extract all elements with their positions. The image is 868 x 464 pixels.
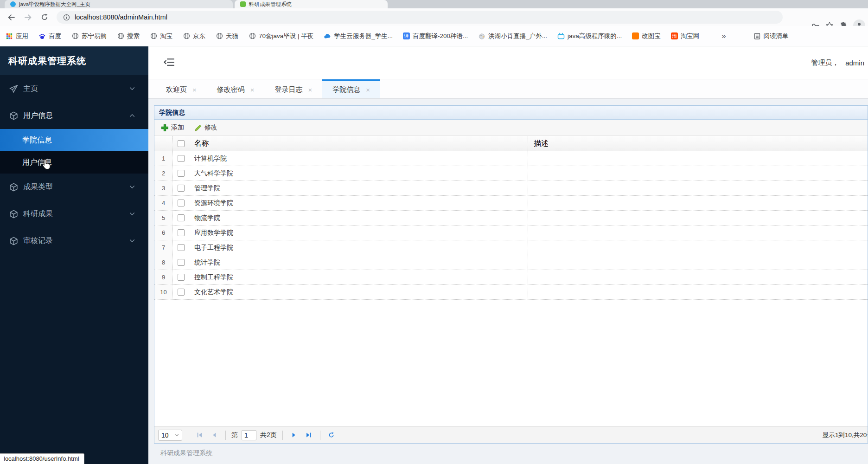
table-row[interactable]: 10文化艺术学院 [154, 285, 868, 300]
college-info-panel: 学院信息 添加 修改 名称 [154, 105, 868, 444]
cube-icon [9, 183, 18, 192]
close-icon[interactable] [366, 86, 370, 94]
sidebar-item-research-results[interactable]: 科研成果 [0, 200, 148, 227]
row-number-header [154, 136, 173, 151]
row-checkbox[interactable] [178, 185, 185, 192]
sidebar-subitem-user-info[interactable]: 用户信息 [0, 151, 148, 174]
table-row[interactable]: 5物流学院 [154, 211, 868, 226]
bookmarks-overflow-chevron[interactable]: » [721, 32, 726, 41]
last-page-button[interactable] [303, 430, 314, 441]
college-name: 应用数学学院 [189, 226, 528, 240]
row-checkbox[interactable] [178, 259, 185, 266]
bookmark-item[interactable]: 搜索 [117, 32, 140, 40]
tab-change-password[interactable]: 修改密码 [207, 79, 265, 98]
browser-tab-active[interactable]: 科研成果管理系统 [235, 0, 388, 8]
tab-college-info[interactable]: 学院信息 [322, 79, 380, 98]
next-page-button[interactable] [288, 430, 300, 441]
globe-icon [71, 32, 79, 40]
total-pages-label: 共2页 [260, 431, 277, 439]
cube-icon [9, 210, 18, 219]
site-info-icon[interactable] [63, 14, 70, 21]
table-row[interactable]: 2大气科学学院 [154, 166, 868, 181]
browser-tab-inactive[interactable]: java毕设程序数据大全网_主页 [5, 0, 233, 8]
select-all-checkbox[interactable] [178, 140, 185, 147]
table-row[interactable]: 8统计学院 [154, 255, 868, 270]
page-size-select[interactable]: 10 [158, 430, 182, 441]
edit-button[interactable]: 修改 [191, 122, 220, 133]
refresh-button[interactable] [326, 430, 337, 441]
globe-icon [150, 32, 157, 40]
first-page-button[interactable] [194, 430, 205, 441]
bookmark-item[interactable]: 京东 [183, 32, 205, 40]
user-area: 管理员， admin [811, 46, 864, 79]
prev-page-button[interactable] [209, 430, 220, 441]
sidebar-item-result-type[interactable]: 成果类型 [0, 174, 148, 200]
table-row[interactable]: 1计算机学院 [154, 151, 868, 166]
sidebar-item-user-info[interactable]: 用户信息 [0, 102, 148, 129]
page-number-input[interactable] [242, 430, 256, 440]
row-checkbox[interactable] [178, 155, 185, 162]
college-desc [528, 285, 868, 299]
reload-icon[interactable] [39, 12, 50, 23]
sidebar-subitem-college-info[interactable]: 学院信息 [0, 129, 148, 151]
bookmark-item[interactable]: 百度 [38, 32, 61, 40]
collapse-sidebar-icon[interactable] [164, 57, 175, 68]
table-row[interactable]: 7电子工程学院 [154, 240, 868, 255]
college-name: 文化艺术学院 [189, 285, 528, 299]
page-prefix-label: 第 [231, 431, 238, 439]
row-checkbox[interactable] [178, 244, 185, 251]
status-bar-link: localhost:8080/userInfo.html [0, 453, 84, 464]
bookmark-item[interactable]: 淘宝网 [671, 32, 700, 40]
close-icon[interactable] [192, 86, 197, 94]
chevron-down-icon [129, 85, 135, 92]
grid-toolbar: 添加 修改 [154, 120, 868, 136]
college-name: 统计学院 [189, 255, 528, 270]
close-icon[interactable] [308, 86, 313, 94]
back-icon[interactable] [6, 12, 17, 23]
forward-icon[interactable] [22, 12, 33, 23]
tab-welcome[interactable]: 欢迎页 [156, 79, 207, 98]
user-role-label: 管理员， [811, 58, 839, 67]
tab-favicon-blue [10, 1, 16, 7]
address-url[interactable]: localhost:8080/adminMain.html [75, 13, 167, 21]
college-name: 物流学院 [189, 211, 528, 225]
bookmark-item[interactable]: 洪湖小肖直播_户外... [478, 32, 547, 40]
pager-separator [188, 431, 188, 440]
bookmark-item[interactable]: 百度翻译-200种语... [403, 32, 468, 40]
college-name: 资源环境学院 [189, 196, 528, 210]
add-button[interactable]: 添加 [158, 122, 187, 133]
sidebar-item-home[interactable]: 主页 [0, 75, 148, 102]
bookmark-item[interactable]: 70套java毕设 | 半夜 [249, 32, 313, 40]
bookmark-item[interactable]: 改图宝 [632, 32, 661, 40]
pager-separator [225, 431, 226, 440]
reading-list-button[interactable]: 阅读清单 [753, 32, 789, 40]
row-checkbox[interactable] [178, 170, 185, 177]
sidebar-item-audit-records[interactable]: 审核记录 [0, 227, 148, 254]
address-bar[interactable]: localhost:8080/adminMain.html [57, 11, 783, 24]
table-row[interactable]: 9控制工程学院 [154, 270, 868, 285]
table-row[interactable]: 3管理学院 [154, 181, 868, 196]
row-checkbox[interactable] [178, 289, 185, 296]
table-row[interactable]: 6应用数学学院 [154, 226, 868, 240]
close-icon[interactable] [250, 86, 255, 94]
row-checkbox[interactable] [178, 214, 185, 221]
tab-login-log[interactable]: 登录日志 [265, 79, 323, 98]
apps-grid-icon [6, 32, 13, 40]
row-checkbox[interactable] [178, 274, 185, 281]
name-column-header[interactable]: 名称 [189, 136, 528, 151]
bookmark-apps[interactable]: 应用 [6, 32, 28, 40]
row-checkbox[interactable] [178, 200, 185, 206]
bookmark-item[interactable]: 苏宁易购 [71, 32, 107, 40]
bookmark-item[interactable]: 学生云服务器_学生... [324, 32, 393, 40]
bookmark-item[interactable]: java高级程序猿的... [557, 32, 622, 40]
row-checkbox[interactable] [178, 229, 185, 236]
desc-column-header[interactable]: 描述 [528, 136, 868, 151]
bookmark-item[interactable]: 天猫 [216, 32, 238, 40]
next-page-icon [291, 432, 297, 438]
first-page-icon [197, 432, 203, 438]
globe-icon [249, 32, 256, 40]
pagination-bar: 10 第 共2页 [154, 426, 868, 443]
username[interactable]: admin [845, 59, 864, 67]
table-row[interactable]: 4资源环境学院 [154, 196, 868, 211]
bookmark-item[interactable]: 淘宝 [150, 32, 172, 40]
